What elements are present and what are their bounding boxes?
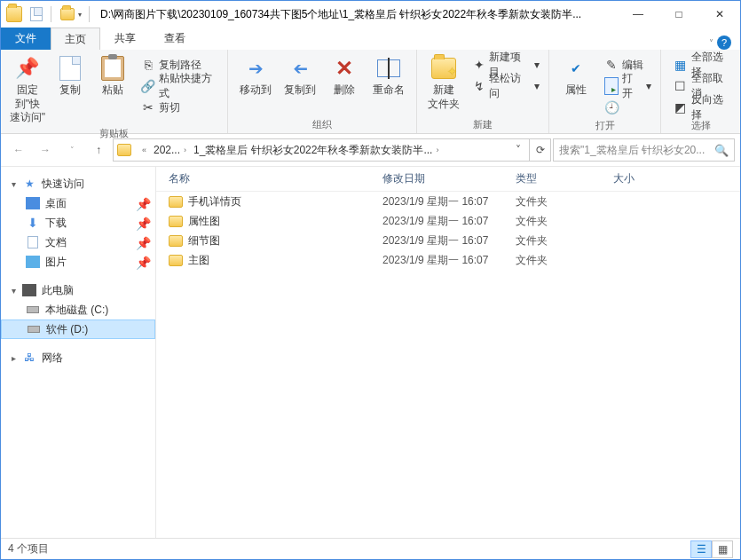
nav-up-button[interactable]: ↑ <box>86 138 111 162</box>
column-header-size[interactable]: 大小 <box>613 171 740 186</box>
file-type: 文件夹 <box>516 233 613 248</box>
address-bar[interactable]: « 202...› 1_裳格皇后 针织衫女2022年秋冬季新款女装防半...› … <box>113 138 551 162</box>
new-group-label: 新建 <box>422 116 543 133</box>
qat-new-icon[interactable] <box>29 7 43 21</box>
nav-recent-icon[interactable]: ˅ <box>59 138 84 162</box>
sidebar-item-drive-d[interactable]: 软件 (D:) <box>1 319 155 339</box>
window-icon <box>6 6 22 22</box>
sidebar-item-drive-c[interactable]: 本地磁盘 (C:) <box>1 300 155 319</box>
sidebar-item-network[interactable]: ▸🖧网络 <box>1 348 155 367</box>
folder-icon <box>169 216 183 227</box>
sidebar-item-desktop[interactable]: 桌面📌 <box>1 193 155 213</box>
cut-button[interactable]: ✂剪切 <box>138 98 223 117</box>
search-input[interactable]: 搜索"1_裳格皇后 针织衫女20... 🔍 <box>553 138 735 162</box>
window-title: D:\网商图片下载\20230109_160734共下图5个地址\1_裳格皇后 … <box>100 7 618 22</box>
maximize-button[interactable]: □ <box>658 1 699 28</box>
file-type: 文件夹 <box>516 194 613 209</box>
open-group-label: 打开 <box>555 117 655 134</box>
paste-button[interactable]: 粘贴 <box>91 51 134 98</box>
file-date: 2023/1/9 星期一 16:07 <box>382 233 516 248</box>
file-type: 文件夹 <box>516 214 613 229</box>
properties-button[interactable]: ✔属性 <box>555 51 597 98</box>
table-row[interactable]: 手机详情页2023/1/9 星期一 16:07文件夹 <box>156 192 740 211</box>
new-folder-button[interactable]: 新建 文件夹 <box>422 51 465 111</box>
tab-home[interactable]: 主页 <box>51 28 100 50</box>
delete-button[interactable]: ✕删除 <box>322 51 367 98</box>
organize-group-label: 组织 <box>233 116 411 133</box>
qat-open-icon[interactable] <box>60 8 75 20</box>
paste-shortcut-button[interactable]: 🔗粘贴快捷方式 <box>138 76 223 96</box>
minimize-button[interactable]: — <box>618 1 658 28</box>
status-text: 4 个项目 <box>8 541 49 556</box>
folder-icon <box>169 196 183 208</box>
file-date: 2023/1/9 星期一 16:07 <box>382 253 516 268</box>
move-to-button[interactable]: ➔移动到 <box>233 51 278 98</box>
file-name: 属性图 <box>188 214 220 229</box>
file-name: 主图 <box>188 253 209 268</box>
sidebar-item-downloads[interactable]: ⬇下载📌 <box>1 213 155 233</box>
breadcrumb-seg-parent[interactable]: 202...› <box>150 139 190 161</box>
view-details-button[interactable]: ☰ <box>690 540 712 558</box>
rename-button[interactable]: 重命名 <box>367 51 411 98</box>
file-date: 2023/1/9 星期一 16:07 <box>382 194 516 209</box>
file-list[interactable]: 手机详情页2023/1/9 星期一 16:07文件夹属性图2023/1/9 星期… <box>156 192 740 538</box>
sidebar-item-documents[interactable]: 文档📌 <box>1 233 155 252</box>
table-row[interactable]: 属性图2023/1/9 星期一 16:07文件夹 <box>156 211 740 231</box>
sidebar-item-this-pc[interactable]: ▾此电脑 <box>1 280 155 300</box>
file-name: 细节图 <box>188 233 220 248</box>
pin-quick-access-button[interactable]: 📌 固定到"快 速访问" <box>6 51 49 125</box>
sidebar-item-quick-access[interactable]: ▾★快速访问 <box>1 174 155 193</box>
qat-customize-icon[interactable]: ▾ <box>78 11 82 19</box>
table-row[interactable]: 细节图2023/1/9 星期一 16:07文件夹 <box>156 231 740 250</box>
invert-selection-button[interactable]: ◩反向选择 <box>670 98 735 117</box>
refresh-button[interactable]: ⟳ <box>529 139 550 161</box>
breadcrumb-prev-icon[interactable]: « <box>135 139 150 161</box>
folder-icon <box>169 255 183 266</box>
copy-button[interactable]: 复制 <box>49 51 91 98</box>
view-icons-button[interactable]: ▦ <box>712 540 733 558</box>
table-row[interactable]: 主图2023/1/9 星期一 16:07文件夹 <box>156 250 740 270</box>
breadcrumb-seg-current[interactable]: 1_裳格皇后 针织衫女2022年秋冬季新款女装防半...› <box>190 139 442 161</box>
address-dropdown-icon[interactable]: ˅ <box>508 139 529 161</box>
open-menu-button[interactable]: 打开▾ <box>601 76 655 96</box>
nav-tree[interactable]: ▾★快速访问 桌面📌 ⬇下载📌 文档📌 图片📌 ▾此电脑 本地磁盘 (C:) 软… <box>1 167 156 538</box>
column-header-date[interactable]: 修改日期 <box>382 171 516 186</box>
folder-icon <box>169 235 183 247</box>
tab-share[interactable]: 共享 <box>100 28 150 50</box>
file-type: 文件夹 <box>516 253 613 268</box>
nav-back-button[interactable]: ← <box>6 138 31 162</box>
column-header-name[interactable]: 名称 <box>156 171 382 186</box>
help-icon[interactable]: ? <box>717 35 731 50</box>
column-header-type[interactable]: 类型 <box>516 171 613 186</box>
tab-view[interactable]: 查看 <box>150 28 200 50</box>
file-name: 手机详情页 <box>188 194 241 209</box>
breadcrumb-root-icon <box>117 144 131 156</box>
select-group-label: 选择 <box>666 117 735 134</box>
easy-access-button[interactable]: ↯轻松访问▾ <box>469 76 543 96</box>
file-date: 2023/1/9 星期一 16:07 <box>382 214 516 229</box>
copy-to-button[interactable]: ➔复制到 <box>278 51 322 98</box>
close-button[interactable]: ✕ <box>699 1 740 28</box>
nav-forward-button[interactable]: → <box>33 138 58 162</box>
history-button[interactable]: 🕘历史记录 <box>601 98 655 117</box>
sidebar-item-pictures[interactable]: 图片📌 <box>1 252 155 272</box>
ribbon-collapse-icon[interactable]: ˅ <box>709 38 713 48</box>
tab-file[interactable]: 文件 <box>1 28 51 50</box>
search-icon: 🔍 <box>714 144 729 157</box>
